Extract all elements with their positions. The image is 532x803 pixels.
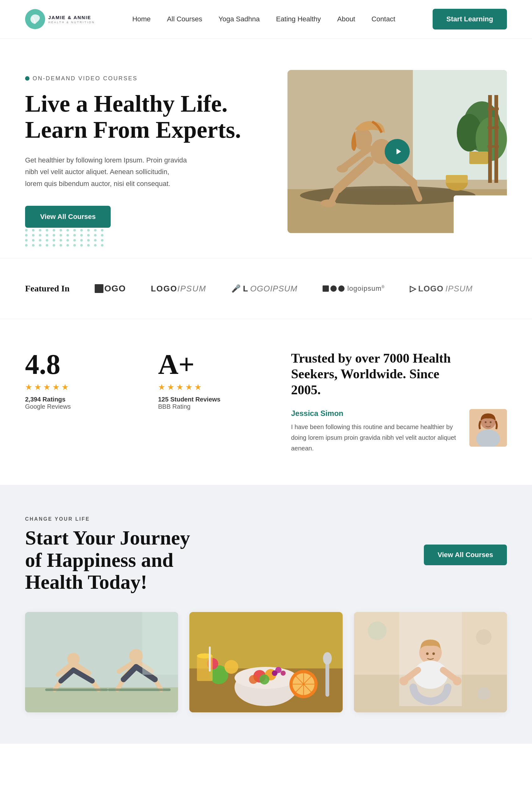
logo[interactable]: JAMIE & ANNIE HEALTH & NUTRITION — [25, 9, 95, 29]
star-5: ★ — [61, 382, 69, 392]
svg-rect-21 — [488, 145, 499, 148]
course-image-yoga — [25, 612, 178, 712]
svg-rect-23 — [446, 175, 468, 183]
svg-point-59 — [249, 675, 258, 684]
svg-rect-20 — [488, 126, 499, 129]
featured-in-section: Featured In OGO LOGOIPSUM 🎤 LOGOIPSUM — [0, 258, 532, 319]
grade-stars: ★ ★ ★ ★ ★ — [158, 382, 266, 392]
review-text: I have been following this routine and b… — [291, 422, 460, 453]
featured-logo-4: logoipsum® — [323, 284, 385, 293]
svg-rect-73 — [209, 647, 211, 672]
course-card-food[interactable] — [189, 612, 342, 712]
course-image-food — [189, 612, 342, 712]
hero-section: ON-DEMAND VIDEO COURSES Live a Healthy L… — [0, 39, 532, 258]
play-button[interactable] — [385, 139, 410, 164]
course-card-yoga[interactable] — [25, 612, 178, 712]
svg-point-90 — [477, 687, 490, 700]
grade-block: A+ ★ ★ ★ ★ ★ 125 Student Reviews BBB Rat… — [158, 350, 266, 410]
nav-home[interactable]: Home — [132, 15, 151, 23]
featured-label: Featured In — [25, 283, 70, 294]
hero-title: Live a Healthy Life. Learn From Experts. — [25, 91, 269, 143]
svg-rect-49 — [45, 689, 108, 691]
svg-point-81 — [413, 660, 448, 689]
grade-star-3: ★ — [176, 382, 184, 392]
svg-point-89 — [476, 629, 492, 645]
reviewer-avatar — [469, 409, 507, 447]
rating-block: 4.8 ★ ★ ★ ★ ★ 2,394 Ratings Google Revie… — [25, 350, 133, 410]
grade-sub: 125 Student Reviews — [158, 396, 266, 403]
rating-sub: 2,394 Ratings — [25, 396, 133, 403]
meditate-card-image — [354, 612, 507, 712]
yoga-card-image — [25, 612, 178, 712]
svg-point-58 — [259, 674, 269, 685]
logo-icon — [25, 9, 45, 29]
svg-point-87 — [432, 652, 435, 655]
reviewer-photo — [469, 409, 507, 447]
course-card-meditate[interactable] — [354, 612, 507, 712]
leaf-icon — [30, 14, 41, 25]
featured-logo-3: 🎤 LOGOIPSUM — [231, 284, 298, 294]
nav-eating-healthy[interactable]: Eating Healthy — [276, 15, 321, 23]
rating-label: Google Reviews — [25, 403, 133, 410]
hero-image — [287, 70, 507, 233]
grade-star-4: ★ — [185, 382, 192, 392]
svg-rect-51 — [142, 612, 178, 675]
svg-point-85 — [453, 677, 461, 685]
badge-dot — [25, 76, 30, 81]
trust-block: Trusted by over 7000 Health Seekers, Wor… — [291, 350, 507, 453]
logo1-box — [95, 284, 103, 293]
featured-logo-5: ▷ LOGOIPSUM — [410, 284, 473, 294]
grade-label: BBB Rating — [158, 403, 266, 410]
svg-point-84 — [399, 677, 408, 685]
courses-title: Start Your Journey of Happiness and Heal… — [25, 527, 201, 593]
rating-number: 4.8 — [25, 350, 133, 379]
grade-star-5: ★ — [194, 382, 202, 392]
food-card-image — [189, 612, 342, 712]
courses-title-block: CHANGE YOUR LIFE Start Your Journey of H… — [25, 516, 201, 593]
svg-point-88 — [368, 621, 386, 640]
start-learning-button[interactable]: Start Learning — [433, 9, 507, 30]
nav-contact[interactable]: Contact — [372, 15, 395, 23]
svg-point-67 — [225, 660, 238, 674]
hero-content: ON-DEMAND VIDEO COURSES Live a Healthy L… — [25, 75, 269, 228]
stats-section: 4.8 ★ ★ ★ ★ ★ 2,394 Ratings Google Revie… — [0, 319, 532, 485]
nav-about[interactable]: About — [337, 15, 355, 23]
star-2: ★ — [34, 382, 41, 392]
courses-header: CHANGE YOUR LIFE Start Your Journey of H… — [25, 516, 507, 593]
svg-point-70 — [323, 652, 332, 665]
view-all-courses-button[interactable]: View All Courses — [424, 544, 507, 565]
svg-point-27 — [484, 421, 487, 423]
svg-point-12 — [320, 200, 336, 207]
course-image-meditate — [354, 612, 507, 712]
star-3: ★ — [43, 382, 51, 392]
hero-description: Get healthier by following lorem Ipsum. … — [25, 154, 188, 189]
svg-rect-19 — [488, 108, 499, 110]
view-all-courses-button-hero[interactable]: View All Courses — [25, 206, 111, 228]
logo-subtitle: HEALTH & NUTRITION — [48, 21, 95, 24]
featured-logo-2: LOGOIPSUM — [151, 284, 206, 294]
trust-title: Trusted by over 7000 Health Seekers, Wor… — [291, 350, 467, 398]
featured-logos: OGO LOGOIPSUM 🎤 LOGOIPSUM logoipsum® — [95, 283, 507, 294]
nav-yoga-sadhna[interactable]: Yoga Sadhna — [218, 15, 260, 23]
courses-badge: CHANGE YOUR LIFE — [25, 516, 201, 522]
svg-point-28 — [490, 421, 492, 423]
nav-all-courses[interactable]: All Courses — [167, 15, 202, 23]
star-1: ★ — [25, 382, 32, 392]
review-block: Jessica Simon I have been following this… — [291, 409, 507, 453]
logo-name: JAMIE & ANNIE — [48, 15, 95, 21]
play-icon — [393, 147, 403, 156]
hero-card-decoration — [454, 195, 516, 233]
badge-text: ON-DEMAND VIDEO COURSES — [33, 75, 138, 82]
svg-point-75 — [281, 671, 286, 676]
svg-rect-6 — [469, 151, 488, 164]
svg-point-16 — [337, 165, 348, 172]
course-cards — [25, 612, 507, 712]
star-4: ★ — [52, 382, 60, 392]
courses-section: CHANGE YOUR LIFE Start Your Journey of H… — [0, 485, 532, 744]
grade-number: A+ — [158, 350, 266, 379]
grade-star-1: ★ — [158, 382, 165, 392]
grade-star-2: ★ — [167, 382, 174, 392]
reviewer-name: Jessica Simon — [291, 409, 460, 418]
nav-links: Home All Courses Yoga Sadhna Eating Heal… — [132, 15, 395, 23]
navbar: JAMIE & ANNIE HEALTH & NUTRITION Home Al… — [0, 0, 532, 39]
